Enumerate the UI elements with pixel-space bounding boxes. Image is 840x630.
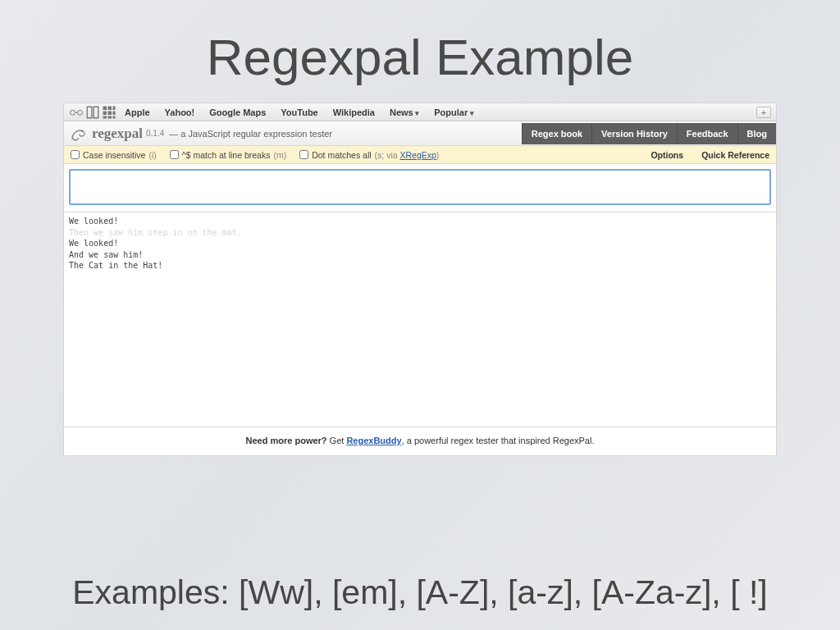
svg-rect-4	[113, 106, 116, 110]
brand-name: regexpal	[92, 126, 143, 142]
page-header: regexpal 0.1.4 — a JavaScript regular ex…	[64, 121, 776, 146]
option-flag: (i)	[148, 150, 156, 160]
bookmark-wikipedia[interactable]: Wikipedia	[326, 107, 381, 117]
checkbox-dotall[interactable]	[299, 150, 308, 159]
footer-lead: Need more power?	[246, 436, 327, 445]
footer: Need more power? Get RegexBuddy, a power…	[64, 427, 776, 455]
svg-rect-6	[108, 111, 112, 115]
option-case-insensitive[interactable]: Case insensitive (i)	[71, 150, 157, 160]
link-options[interactable]: Options	[651, 150, 683, 160]
option-label: Case insensitive	[83, 150, 145, 160]
checkbox-multiline[interactable]	[170, 150, 179, 159]
regexbuddy-link[interactable]: RegexBuddy	[346, 436, 401, 445]
link-quick-reference[interactable]: Quick Reference	[701, 150, 769, 160]
options-bar: Case insensitive (i) ^$ match at line br…	[64, 146, 776, 164]
regex-input-wrap	[64, 164, 776, 212]
svg-rect-8	[103, 116, 107, 118]
bookmark-yahoo[interactable]: Yahoo!	[158, 107, 202, 117]
bookmark-apple[interactable]: Apple	[118, 107, 157, 117]
svg-rect-3	[108, 106, 112, 110]
glasses-icon[interactable]	[69, 106, 84, 119]
option-dotall[interactable]: Dot matches all (s; via XRegExp)	[299, 150, 439, 160]
bookmark-news[interactable]: News	[383, 107, 426, 117]
tab-regex-book[interactable]: Regex book	[522, 123, 591, 144]
test-text-area[interactable]: We looked!Then we saw him step in on the…	[64, 212, 776, 427]
option-label: Dot matches all	[312, 150, 371, 160]
regex-input[interactable]	[69, 169, 771, 205]
test-text-line: We looked!	[69, 238, 771, 249]
tab-blog[interactable]: Blog	[737, 123, 776, 144]
footer-mid: Get	[327, 436, 347, 445]
option-label: ^$ match at line breaks	[182, 150, 271, 160]
svg-point-1	[78, 110, 83, 115]
option-flag: (m)	[273, 150, 286, 160]
svg-rect-9	[108, 116, 112, 118]
add-bookmark-button[interactable]: +	[756, 107, 771, 118]
svg-rect-2	[103, 106, 107, 110]
slide-title: Regexpal Example	[0, 0, 840, 103]
svg-rect-7	[113, 111, 116, 115]
svg-rect-10	[113, 116, 116, 118]
bookmark-bar: Apple Yahoo! Google Maps YouTube Wikiped…	[64, 103, 776, 121]
bookmark-popular[interactable]: Popular	[427, 107, 480, 117]
test-text-line: The Cat in the Hat!	[69, 260, 771, 272]
grid-icon[interactable]	[102, 106, 116, 119]
tab-feedback[interactable]: Feedback	[677, 123, 737, 144]
svg-point-0	[71, 110, 75, 115]
footer-tail: , a powerful regex tester that inspired …	[402, 436, 595, 445]
version-label: 0.1.4	[146, 129, 164, 138]
bookmark-google-maps[interactable]: Google Maps	[203, 107, 272, 117]
checkbox-case-insensitive[interactable]	[71, 150, 80, 159]
test-text-line: We looked!	[69, 216, 771, 227]
header-tabs: Regex book Version History Feedback Blog	[522, 121, 776, 146]
bookmark-youtube[interactable]: YouTube	[274, 107, 324, 117]
chameleon-logo-icon	[69, 124, 89, 144]
svg-rect-5	[103, 111, 107, 115]
book-icon[interactable]	[85, 106, 100, 119]
option-flag: (s; via XRegExp)	[375, 150, 440, 160]
option-multiline[interactable]: ^$ match at line breaks (m)	[170, 150, 286, 160]
test-text-line: Then we saw him step in on the mat.	[69, 227, 771, 239]
test-text-line: And we saw him!	[69, 249, 771, 261]
tagline: — a JavaScript regular expression tester	[169, 129, 332, 139]
svg-point-11	[81, 130, 83, 131]
regexpal-screenshot: Apple Yahoo! Google Maps YouTube Wikiped…	[63, 103, 777, 456]
examples-text: Examples: [Ww], [em], [A-Z], [a-z], [A-Z…	[0, 573, 840, 612]
tab-version-history[interactable]: Version History	[591, 123, 677, 144]
xregexp-link[interactable]: XRegExp	[399, 150, 436, 160]
